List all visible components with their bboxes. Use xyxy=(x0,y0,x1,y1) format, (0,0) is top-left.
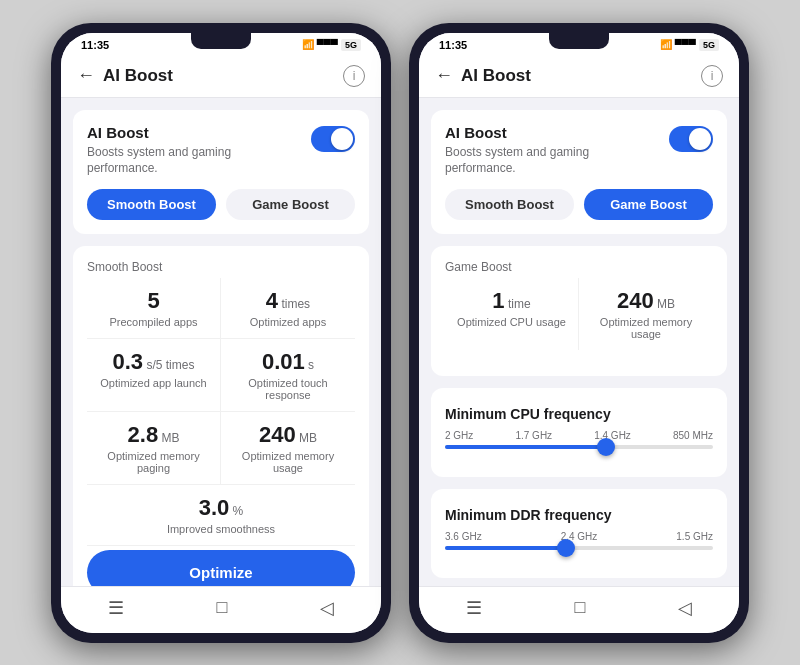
ddr-slider-fill xyxy=(445,546,566,550)
game-boost-card: Game Boost 1 time Optimized CPU usage 24… xyxy=(431,246,727,376)
tab-row-1: Smooth Boost Game Boost xyxy=(87,189,355,220)
game-boost-tab-1[interactable]: Game Boost xyxy=(226,189,355,220)
home-icon-1[interactable]: □ xyxy=(217,597,228,618)
cpu-freq-title: Minimum CPU frequency xyxy=(445,406,713,422)
signal-icon: ▀▀▀ xyxy=(317,39,338,50)
ai-boost-title-2: AI Boost xyxy=(445,124,645,141)
optimize-button[interactable]: Optimize xyxy=(87,550,355,585)
ddr-freq-card: Minimum DDR frequency 3.6 GHz 2.4 GHz 1.… xyxy=(431,489,727,578)
header-1: ← AI Boost i xyxy=(61,55,381,98)
time-2: 11:35 xyxy=(439,39,467,51)
header-2: ← AI Boost i xyxy=(419,55,739,98)
menu-icon-1[interactable]: ☰ xyxy=(108,597,124,619)
back-button-1[interactable]: ← xyxy=(77,65,95,86)
cpu-slider-thumb[interactable] xyxy=(597,438,615,456)
ddr-freq-labels: 3.6 GHz 2.4 GHz 1.5 GHz xyxy=(445,531,713,542)
wifi-icon-2: 📶 xyxy=(660,39,672,50)
back-button-2[interactable]: ← xyxy=(435,65,453,86)
game-stats-grid: 1 time Optimized CPU usage 240 MB Optimi… xyxy=(445,278,713,350)
info-button-2[interactable]: i xyxy=(701,65,723,87)
tab-row-2: Smooth Boost Game Boost xyxy=(445,189,713,220)
ai-boost-toggle-2[interactable] xyxy=(669,126,713,152)
stats-grid-1: 5 Precompiled apps 4 times Optimized app… xyxy=(87,278,355,546)
signal-icon-2: ▀▀▀ xyxy=(675,39,696,50)
stat-optimized-apps: 4 times Optimized apps xyxy=(221,278,355,339)
ai-boost-card-1: AI Boost Boosts system and gaming perfor… xyxy=(73,110,369,235)
stats-card-1: Smooth Boost 5 Precompiled apps 4 times … xyxy=(73,246,369,585)
ddr-slider-thumb[interactable] xyxy=(557,539,575,557)
notch-1 xyxy=(191,33,251,49)
ai-boost-toggle-1[interactable] xyxy=(311,126,355,152)
battery-icon: 5G xyxy=(341,39,361,51)
wifi-icon: 📶 xyxy=(302,39,314,50)
battery-icon-2: 5G xyxy=(699,39,719,51)
game-boost-tab-2[interactable]: Game Boost xyxy=(584,189,713,220)
page-title-1: AI Boost xyxy=(103,66,173,86)
stat-memory-paging: 2.8 MB Optimized memory paging xyxy=(87,412,221,485)
home-icon-2[interactable]: □ xyxy=(575,597,586,618)
nav-bar-2: ☰ □ ◁ xyxy=(419,586,739,633)
section-label-1: Smooth Boost xyxy=(87,260,355,274)
back-icon-1[interactable]: ◁ xyxy=(320,597,334,619)
notch-2 xyxy=(549,33,609,49)
phone-1: 11:35 📶 ▀▀▀ 5G ← AI Boost i AI Boost xyxy=(51,23,391,643)
status-icons-1: 📶 ▀▀▀ 5G xyxy=(302,39,361,51)
menu-icon-2[interactable]: ☰ xyxy=(466,597,482,619)
cpu-freq-card: Minimum CPU frequency 2 GHz 1.7 GHz 1.4 … xyxy=(431,388,727,477)
back-icon-2[interactable]: ◁ xyxy=(678,597,692,619)
game-stat-memory: 240 MB Optimized memory usage xyxy=(579,278,713,350)
section-label-2: Game Boost xyxy=(445,260,713,274)
cpu-slider-fill xyxy=(445,445,606,449)
ai-boost-desc-1: Boosts system and gaming performance. xyxy=(87,144,287,178)
ddr-slider-track[interactable] xyxy=(445,546,713,550)
scroll-content-2: AI Boost Boosts system and gaming perfor… xyxy=(419,98,739,586)
phone-2: 11:35 📶 ▀▀▀ 5G ← AI Boost i AI Boost xyxy=(409,23,749,643)
game-stat-cpu: 1 time Optimized CPU usage xyxy=(445,278,579,350)
page-title-2: AI Boost xyxy=(461,66,531,86)
scroll-content-1: AI Boost Boosts system and gaming perfor… xyxy=(61,98,381,586)
stat-precompiled: 5 Precompiled apps xyxy=(87,278,221,339)
ai-boost-desc-2: Boosts system and gaming performance. xyxy=(445,144,645,178)
info-button-1[interactable]: i xyxy=(343,65,365,87)
smooth-boost-tab-2[interactable]: Smooth Boost xyxy=(445,189,574,220)
ai-boost-card-2: AI Boost Boosts system and gaming perfor… xyxy=(431,110,727,235)
stat-touch-response: 0.01 s Optimized touch response xyxy=(221,339,355,412)
stat-memory-usage: 240 MB Optimized memory usage xyxy=(221,412,355,485)
cpu-freq-labels: 2 GHz 1.7 GHz 1.4 GHz 850 MHz xyxy=(445,430,713,441)
stat-app-launch: 0.3 s/5 times Optimized app launch xyxy=(87,339,221,412)
ddr-freq-title: Minimum DDR frequency xyxy=(445,507,713,523)
stat-smoothness: 3.0 % Improved smoothness xyxy=(87,485,355,546)
status-icons-2: 📶 ▀▀▀ 5G xyxy=(660,39,719,51)
cpu-slider-track[interactable] xyxy=(445,445,713,449)
smooth-boost-tab-1[interactable]: Smooth Boost xyxy=(87,189,216,220)
nav-bar-1: ☰ □ ◁ xyxy=(61,586,381,633)
ai-boost-title-1: AI Boost xyxy=(87,124,287,141)
time-1: 11:35 xyxy=(81,39,109,51)
